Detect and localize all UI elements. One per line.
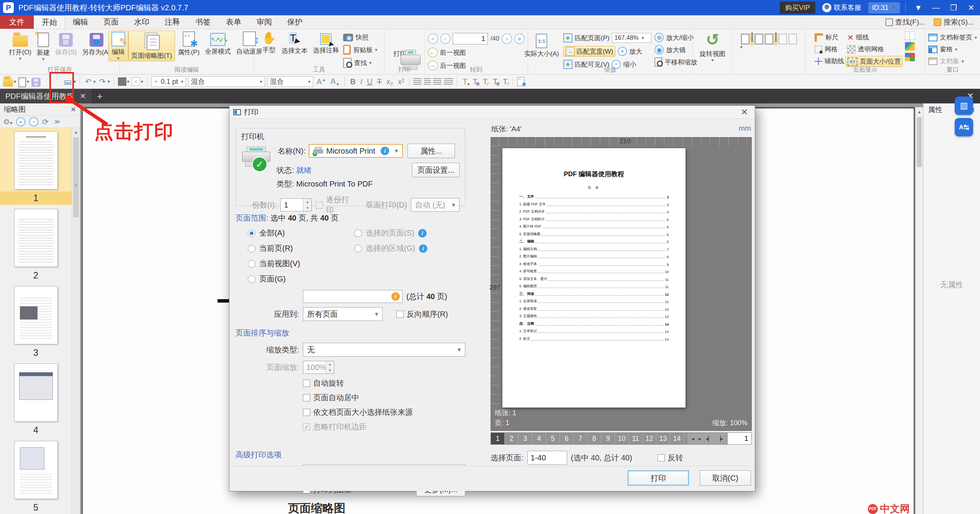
preview-page-cell-3[interactable]: 3 <box>519 433 532 444</box>
prev-page-button[interactable]: ‹ <box>440 33 451 44</box>
buy-vip-button[interactable]: 购买VIP <box>780 2 815 14</box>
scrollbar-thumb[interactable] <box>917 117 922 167</box>
strip-next-icon[interactable]: ▸ <box>697 436 703 442</box>
page-number-input[interactable]: 1 <box>453 33 488 44</box>
menu-tab-9[interactable]: 审阅 <box>249 15 280 29</box>
page-scale-stepper[interactable]: 100% ▲▼ <box>303 361 334 374</box>
document-scrollbar[interactable]: ▲ <box>915 107 923 514</box>
user-id-button[interactable]: ID:31▼ <box>868 2 900 13</box>
split-view-button[interactable] <box>905 31 915 40</box>
quick-save-button[interactable] <box>31 76 41 87</box>
reverse-order-checkbox[interactable]: 反向顺序(R) <box>396 309 448 319</box>
clipboard-button[interactable]: 剪贴板▾ <box>342 44 379 56</box>
color-blocks-button[interactable] <box>905 53 915 61</box>
align-justify-button[interactable] <box>444 78 453 85</box>
info-icon[interactable]: i <box>418 229 427 237</box>
preview-page-cell-8[interactable]: 8 <box>587 433 601 444</box>
continuous-view-button[interactable] <box>750 33 754 45</box>
selected-pages-radio[interactable]: 选择的页面(S)i <box>354 228 427 238</box>
panes-button[interactable]: 窗格▾ <box>927 44 978 54</box>
transparent-grid-toggle[interactable]: 透明网格 <box>846 44 903 54</box>
page-view-option2-button[interactable] <box>789 34 797 44</box>
all-pages-radio[interactable]: 全部(A) <box>248 228 354 238</box>
duplex-select[interactable]: 自动 (无)▼ <box>411 198 460 212</box>
single-page-view-button[interactable] <box>741 34 749 44</box>
invert-checkbox[interactable]: 反转 <box>658 453 683 463</box>
document-tabs-button[interactable]: 文档标签页▾ <box>927 32 978 43</box>
grid-toggle[interactable]: 网格 <box>813 44 846 54</box>
menu-tab-7[interactable]: 书签 <box>188 15 218 29</box>
ruler-toggle[interactable]: 标尺 <box>813 32 846 43</box>
info-icon[interactable]: i <box>391 292 400 301</box>
new-button[interactable]: 新建▾ <box>34 31 52 62</box>
thumbnail-item-4[interactable]: 4 <box>0 360 72 437</box>
search-menu-item[interactable]: 搜索(S)... <box>934 17 974 27</box>
align-center-button[interactable] <box>424 78 431 85</box>
collate-checkbox[interactable]: 逐份打印 <box>316 195 355 215</box>
document-collection-button[interactable]: 文档集▾ <box>927 56 978 66</box>
select-pages-input[interactable]: 1-40 <box>527 451 567 465</box>
apply-to-select[interactable]: 所有页面▼ <box>303 307 383 321</box>
menu-tab-5[interactable]: 水印 <box>126 15 157 29</box>
page-setup-button[interactable]: 页面设置... <box>412 163 460 177</box>
current-page-radio[interactable]: 当前页(R) <box>248 243 354 254</box>
fill-color-button[interactable]: ▾ <box>118 77 129 86</box>
strip-last-icon[interactable]: ▕▸ <box>715 436 725 442</box>
preview-page-cell-6[interactable]: 6 <box>560 433 574 444</box>
print-confirm-button[interactable]: 打印 <box>628 470 689 486</box>
preview-page-cell-4[interactable]: 4 <box>532 433 546 444</box>
first-page-button[interactable]: « <box>428 33 438 44</box>
next-page-button[interactable]: › <box>502 33 512 44</box>
marquee-zoom-button[interactable]: ⊕放大/缩小 <box>653 32 699 43</box>
preview-page-cell-14[interactable]: 14 <box>670 433 684 444</box>
thumbnail-item-2[interactable]: 2 <box>0 205 72 283</box>
preview-page-cell-10[interactable]: 10 <box>615 433 629 444</box>
preview-page-cell-5[interactable]: 5 <box>546 433 560 444</box>
hand-tool-button[interactable]: ✋手型 <box>259 31 279 55</box>
four-page-view-button[interactable] <box>765 34 773 44</box>
scale-type-select[interactable]: 无▼ <box>303 343 465 357</box>
dialog-title-bar[interactable]: 打印 ✕ <box>229 106 755 119</box>
fit-page-button[interactable]: 匹配页面(P) <box>575 34 610 43</box>
subscript-button[interactable]: x₂ <box>385 77 394 86</box>
stepper-down-icon[interactable]: ▼ <box>326 367 334 373</box>
text-style-tool-5[interactable]: T✓ <box>501 77 509 86</box>
paper-source-checkbox[interactable]: 依文档页面大小选择纸张来源 <box>303 407 413 417</box>
contact-support-button[interactable]: 联系客服 <box>822 3 861 12</box>
theme-color-button[interactable] <box>905 42 915 51</box>
thumbnail-options-button[interactable]: ⚙▾ <box>3 117 12 126</box>
snapshot-button[interactable]: 快照 <box>342 32 379 43</box>
text-style-tool-2[interactable]: T▣ <box>471 77 479 86</box>
quick-open-button[interactable]: ▾ <box>3 77 16 87</box>
page-size-position-button[interactable]: XY页面大小/位置 <box>846 56 903 67</box>
printer-properties-button[interactable]: 属性... <box>407 144 455 158</box>
thumbnail-item-3[interactable]: 3 <box>0 283 72 360</box>
continuous-facing-button[interactable] <box>774 33 778 45</box>
close-button[interactable]: ✕ <box>962 0 980 15</box>
preview-page-cell-2[interactable]: 2 <box>505 433 519 444</box>
strip-prev-icon[interactable]: ◂ <box>690 436 696 442</box>
rotate-view-button[interactable]: ↺旋转视图▾ <box>697 31 728 63</box>
floating-translate-button[interactable]: A↹ <box>955 118 973 136</box>
text-style-tool-4[interactable]: T▣ <box>491 77 499 86</box>
cancel-button[interactable]: 取消(C) <box>700 470 751 486</box>
pages-range-input[interactable]: i <box>303 290 402 303</box>
select-annotation-button[interactable]: 选择注释 <box>310 31 342 56</box>
blend-mode-2-select[interactable]: 混合▾ <box>267 76 313 87</box>
font-decrease-button[interactable]: A▼ <box>329 77 341 87</box>
copies-stepper[interactable]: 1 ▲▼ <box>280 198 312 211</box>
menu-tab-2[interactable]: 开始 <box>34 15 65 29</box>
properties-button[interactable]: 属性(P) <box>175 31 202 57</box>
preview-page-cell-12[interactable]: 12 <box>643 433 656 444</box>
preview-page-cell-1[interactable]: 1 <box>491 433 505 444</box>
thumbnail-item-1[interactable]: 1 <box>0 128 72 205</box>
underline-button[interactable]: U <box>366 77 373 86</box>
find-menu-item[interactable]: 查找(F)... <box>885 17 925 27</box>
strikethrough-button[interactable]: T <box>376 77 383 86</box>
font-increase-button[interactable]: A▲ <box>316 77 327 86</box>
open-button[interactable]: 打开(O)▾ <box>6 31 34 61</box>
menu-tab-3[interactable]: 编辑 <box>65 15 96 29</box>
current-view-radio[interactable]: 当前视图(V) <box>248 259 354 269</box>
stroke-color-button[interactable]: ▾ <box>132 77 143 86</box>
printer-name-select[interactable]: ✓ Microsoft Print to PDF i ▼ <box>309 144 403 158</box>
